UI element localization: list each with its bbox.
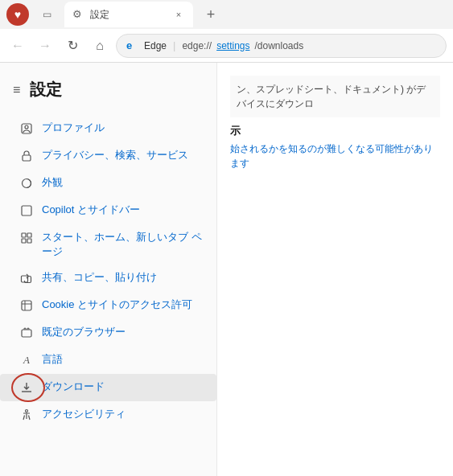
sidebar-item-label-cookies: Cookie とサイトのアクセス許可 xyxy=(42,298,192,312)
tab-favicon: ⚙ xyxy=(72,8,85,21)
sidebar: ≡ 設定 プロファイル プライバシー、検索、サービス xyxy=(0,63,217,476)
sidebar-item-share[interactable]: 共有、コピー、貼り付け xyxy=(0,265,216,292)
sidebar-item-label-accessibility: アクセシビリティ xyxy=(42,407,126,421)
address-suffix: /downloads xyxy=(254,40,303,51)
sidebar-item-browser[interactable]: 既定のブラウザー xyxy=(0,319,216,347)
svg-rect-6 xyxy=(27,233,31,237)
right-panel-section: 示 始されるかを知るのが難しくなる可能性があります xyxy=(230,124,440,170)
start-icon xyxy=(19,231,34,245)
sidebar-item-label-start: スタート、ホーム、新しいタブ ページ xyxy=(42,230,204,259)
sidebar-nav: プロファイル プライバシー、検索、サービス 外観 xyxy=(0,109,216,435)
main-content: ≡ 設定 プロファイル プライバシー、検索、サービス xyxy=(0,63,453,476)
tab-close-button[interactable]: × xyxy=(172,8,185,21)
right-panel: ン、スプレッドシート、ドキュメント) がデバイスにダウンロ 示 始されるかを知る… xyxy=(217,63,453,476)
appearance-icon xyxy=(19,176,34,191)
profile-icon xyxy=(19,121,34,136)
sidebar-item-cookies[interactable]: Cookie とサイトのアクセス許可 xyxy=(0,292,216,319)
address-separator: | xyxy=(173,39,175,51)
svg-point-15 xyxy=(26,410,28,412)
title-bar: ♥ ▭ ⚙ 設定 × + xyxy=(0,0,453,29)
cookies-icon xyxy=(19,298,34,313)
sidebar-item-profile[interactable]: プロファイル xyxy=(0,115,216,142)
sidebar-item-label-share: 共有、コピー、貼り付け xyxy=(42,270,157,285)
forward-button[interactable]: → xyxy=(34,35,56,57)
svg-rect-10 xyxy=(22,301,31,310)
svg-rect-7 xyxy=(22,239,26,243)
svg-point-1 xyxy=(25,125,28,129)
address-input[interactable]: e Edge | edge://settings/downloads xyxy=(116,34,447,58)
browser-icon xyxy=(19,326,34,340)
sidebar-item-label-browser: 既定のブラウザー xyxy=(42,325,126,339)
sidebar-item-label-downloads: ダウンロード xyxy=(42,380,105,394)
sidebar-item-label-profile: プロファイル xyxy=(42,121,105,135)
downloads-icon xyxy=(19,380,34,395)
svg-rect-5 xyxy=(22,233,26,237)
browser-logo: ♥ xyxy=(6,3,29,26)
right-section-title: 示 xyxy=(230,124,440,138)
menu-icon[interactable]: ≡ xyxy=(13,83,20,97)
accessibility-icon xyxy=(19,408,34,422)
language-icon: A xyxy=(19,353,34,367)
home-button[interactable]: ⌂ xyxy=(89,35,111,57)
svg-rect-13 xyxy=(22,330,31,337)
address-path: settings xyxy=(216,40,249,51)
right-panel-top-text: ン、スプレッドシート、ドキュメント) がデバイスにダウンロ xyxy=(237,84,426,109)
address-edge-text: Edge xyxy=(144,40,167,51)
share-icon xyxy=(19,271,34,285)
address-bar: ← → ↻ ⌂ e Edge | edge://settings/downloa… xyxy=(0,29,453,63)
sidebar-item-start[interactable]: スタート、ホーム、新しいタブ ページ xyxy=(0,224,216,265)
sidebar-item-appearance[interactable]: 外観 xyxy=(0,170,216,197)
edge-logo-icon: e xyxy=(126,39,139,52)
sidebar-item-label-privacy: プライバシー、検索、サービス xyxy=(42,148,188,162)
svg-rect-4 xyxy=(22,206,31,215)
sidebar-item-label-appearance: 外観 xyxy=(42,175,63,190)
refresh-button[interactable]: ↻ xyxy=(61,35,84,57)
sidebar-item-copilot[interactable]: Copilot とサイドバー xyxy=(0,197,216,224)
sidebar-item-label-copilot: Copilot とサイドバー xyxy=(42,203,140,217)
right-panel-top-section: ン、スプレッドシート、ドキュメント) がデバイスにダウンロ xyxy=(230,76,440,117)
svg-rect-8 xyxy=(27,239,31,243)
svg-rect-2 xyxy=(23,155,31,161)
new-tab-button[interactable]: + xyxy=(200,3,222,26)
window-minimize-btn[interactable]: ▭ xyxy=(35,3,58,26)
back-button[interactable]: ← xyxy=(6,35,29,57)
browser-tab[interactable]: ⚙ 設定 × xyxy=(64,2,193,27)
right-section-text: 始されるかを知るのが難しくなる可能性があります xyxy=(230,142,440,170)
sidebar-item-language[interactable]: A 言語 xyxy=(0,347,216,374)
sidebar-item-label-language: 言語 xyxy=(42,352,63,367)
sidebar-item-accessibility[interactable]: アクセシビリティ xyxy=(0,401,216,429)
tab-title: 設定 xyxy=(90,8,167,22)
sidebar-header: ≡ 設定 xyxy=(0,63,216,109)
sidebar-item-privacy[interactable]: プライバシー、検索、サービス xyxy=(0,142,216,170)
sidebar-item-downloads[interactable]: ダウンロード xyxy=(0,374,216,401)
privacy-icon xyxy=(19,149,34,163)
sidebar-title: 設定 xyxy=(30,79,62,101)
address-prefix: edge:// xyxy=(182,40,212,51)
copilot-icon xyxy=(19,203,34,218)
